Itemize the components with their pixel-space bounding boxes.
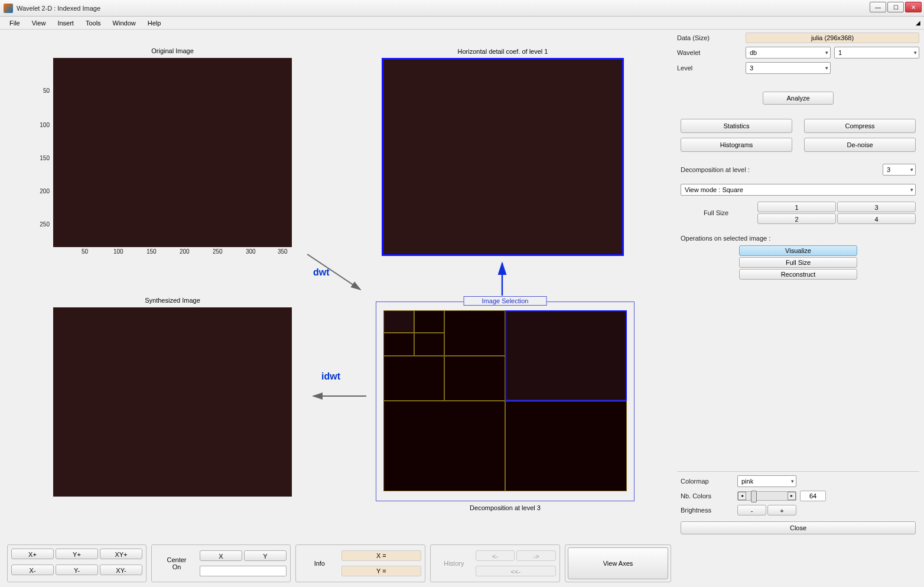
bottom-toolbar: X+ Y+ XY+ X- Y- XY- Center On X Y Info X… <box>7 544 917 582</box>
viewaxes-panel: View Axes <box>565 544 671 582</box>
view-axes-button[interactable]: View Axes <box>568 547 668 579</box>
brightness-label: Brightness <box>681 507 734 514</box>
menu-tools[interactable]: Tools <box>81 18 106 28</box>
app-icon <box>4 4 13 13</box>
selected-subband[interactable] <box>505 310 627 401</box>
original-yticks: 50 100 150 200 250 <box>37 58 52 247</box>
menu-bar: File View Insert Tools Window Help ◢ <box>0 17 924 30</box>
zoom-xplus-button[interactable]: X+ <box>11 549 54 559</box>
statistics-button[interactable]: Statistics <box>681 119 792 133</box>
menu-insert[interactable]: Insert <box>53 18 79 28</box>
synthesized-image-axes[interactable]: Synthesized Image <box>53 307 292 497</box>
detail-coef-title: Horizontal detail coef. of level 1 <box>383 48 622 55</box>
parameters-panel: Data (Size) julia (296x368) Wavelet db 1… <box>677 33 919 538</box>
center-y-button[interactable]: Y <box>244 550 287 561</box>
original-image-title: Original Image <box>53 47 292 54</box>
nbcolors-slider[interactable]: ◂ ▸ <box>737 491 796 501</box>
history-forward-button[interactable]: -> <box>516 550 556 561</box>
center-panel: Center On X Y <box>151 544 291 582</box>
decomposition-title: Decomposition at level 3 <box>376 504 634 511</box>
zoom-xyplus-button[interactable]: XY+ <box>100 549 142 559</box>
menu-help[interactable]: Help <box>143 18 166 28</box>
close-button[interactable]: ✕ <box>905 2 922 12</box>
maximize-button[interactable]: ☐ <box>887 2 904 12</box>
data-size-value: julia (296x368) <box>746 33 919 43</box>
analyze-button[interactable]: Analyze <box>763 92 834 105</box>
fullsize-4-button[interactable]: 4 <box>837 213 916 224</box>
fullsize-button[interactable]: Full Size <box>739 257 857 268</box>
on-label: On <box>155 563 198 570</box>
original-xticks: 50 100 150 200 250 300 350 <box>53 248 292 257</box>
info-x-value: X = <box>341 550 421 561</box>
zoom-xyminus-button[interactable]: XY- <box>100 565 142 575</box>
zoom-yminus-button[interactable]: Y- <box>56 565 98 575</box>
nbcolors-label: Nb. Colors <box>681 492 734 500</box>
fullsize-1-button[interactable]: 1 <box>757 202 836 212</box>
figure-canvas: Original Image 50 100 150 200 250 50 100… <box>0 30 672 538</box>
detail-coef-image <box>383 60 622 254</box>
zoom-xminus-button[interactable]: X- <box>11 565 54 575</box>
compress-button[interactable]: Compress <box>804 119 916 133</box>
fullsize-label: Full Size <box>681 209 751 216</box>
data-size-label: Data (Size) <box>677 34 742 41</box>
detail-coef-axes[interactable]: Horizontal detail coef. of level 1 <box>382 58 624 256</box>
denoise-button[interactable]: De-noise <box>804 138 916 152</box>
operations-label: Operations on selected image : <box>677 235 919 242</box>
idwt-label: idwt <box>321 371 340 382</box>
zoom-panel: X+ Y+ XY+ X- Y- XY- <box>7 544 147 582</box>
brightness-minus-button[interactable]: - <box>737 505 766 515</box>
close-panel-button[interactable]: Close <box>681 521 916 534</box>
level-select[interactable]: 3 <box>746 62 831 74</box>
wavelet-family-select[interactable]: db <box>746 47 831 59</box>
image-selection-label: Image Selection <box>464 296 547 306</box>
center-label: Center <box>155 556 198 563</box>
colormap-select[interactable]: pink <box>737 475 796 487</box>
viewmode-select[interactable]: View mode : Square <box>681 184 916 196</box>
synthesized-image <box>53 307 292 497</box>
wavelet-number-select[interactable]: 1 <box>834 47 919 59</box>
wavelet-label: Wavelet <box>677 49 742 56</box>
decomposition-axes[interactable]: Image Selection Decomposition at level 3 <box>376 301 635 501</box>
fullsize-2-button[interactable]: 2 <box>757 213 836 224</box>
menu-file[interactable]: File <box>5 18 25 28</box>
info-panel: Info X = Y = <box>295 544 425 582</box>
info-y-value: Y = <box>341 566 421 576</box>
window-title: Wavelet 2-D : Indexed Image <box>17 5 100 12</box>
center-x-button[interactable]: X <box>200 550 242 561</box>
decomp-level-select[interactable]: 3 <box>883 164 916 176</box>
minimize-button[interactable]: — <box>870 2 886 12</box>
reconstruct-button[interactable]: Reconstruct <box>739 269 857 280</box>
histograms-button[interactable]: Histograms <box>681 138 792 152</box>
synthesized-image-title: Synthesized Image <box>53 297 292 304</box>
center-input[interactable] <box>200 566 287 576</box>
nbcolors-value[interactable]: 64 <box>800 491 826 501</box>
decomp-level-label: Decomposition at level : <box>681 166 878 173</box>
title-bar: Wavelet 2-D : Indexed Image — ☐ ✕ <box>0 0 924 17</box>
history-panel: History <- -> <<- <box>430 544 560 582</box>
level-label: Level <box>677 64 742 72</box>
colormap-label: Colormap <box>681 478 734 485</box>
zoom-yplus-button[interactable]: Y+ <box>56 549 98 559</box>
history-label: History <box>434 560 474 567</box>
menu-window[interactable]: Window <box>108 18 141 28</box>
visualize-button[interactable]: Visualize <box>739 245 857 256</box>
original-image <box>53 58 292 247</box>
fullsize-3-button[interactable]: 3 <box>837 202 916 212</box>
history-rewind-button[interactable]: <<- <box>476 566 556 576</box>
toolbar-overflow-icon[interactable]: ◢ <box>916 20 920 26</box>
history-back-button[interactable]: <- <box>476 550 515 561</box>
brightness-plus-button[interactable]: + <box>767 505 796 515</box>
original-image-axes[interactable]: Original Image 50 100 150 200 250 50 100… <box>53 58 292 247</box>
menu-view[interactable]: View <box>27 18 51 28</box>
dwt-label: dwt <box>313 267 330 278</box>
info-label: Info <box>300 560 340 567</box>
